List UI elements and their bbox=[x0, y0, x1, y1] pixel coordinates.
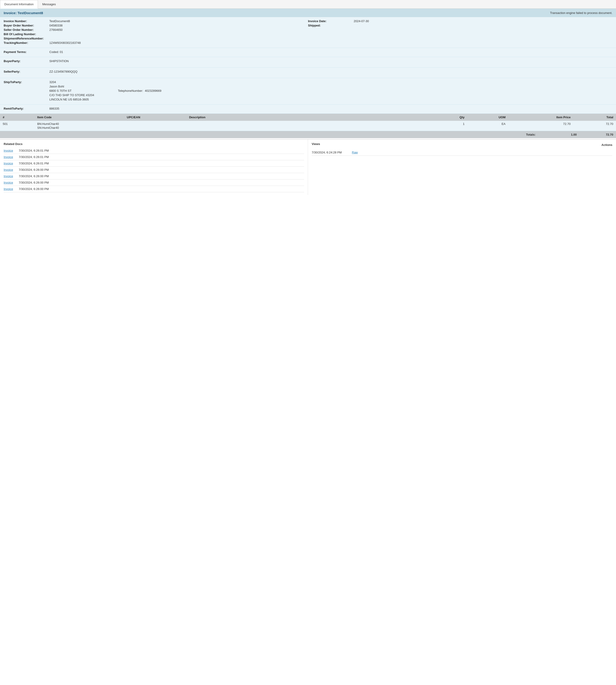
shipto-address1: 6800 S 70TH ST bbox=[49, 89, 100, 92]
shipto-phone-label: TelephoneNumber: bbox=[118, 89, 143, 92]
shipped-label: Shipped: bbox=[308, 24, 354, 27]
tracking-value: 1Z4W93X80302163748 bbox=[49, 41, 81, 45]
view-link[interactable]: Raw bbox=[352, 151, 358, 154]
shipto-section: ShipToParty: 3204 Jason Bohl 6800 S 70TH… bbox=[0, 78, 616, 105]
bottom-panels: Related Docs Invoice 7/30/2024, 6:26:01 … bbox=[0, 139, 616, 195]
shipto-id: 3204 bbox=[49, 81, 56, 84]
remit-to-row: RemitToParty: 886335 bbox=[4, 107, 612, 110]
doc-link[interactable]: Invoice bbox=[4, 155, 15, 159]
table-header-row: # Item Code UPC/EAN Description Qty UOM … bbox=[0, 114, 616, 121]
invoice-number-label: Invoice Number: bbox=[4, 19, 49, 23]
actions-header: Actions bbox=[601, 143, 612, 146]
col-upc: UPC/EAN bbox=[124, 114, 186, 121]
shipto-address2: C/O THD SHIP TO STORE #3204 bbox=[49, 93, 94, 97]
related-doc-row: Invoice 7/30/2024, 6:26:00 PM bbox=[4, 186, 304, 192]
buyer-party-value: SHIPSTATION bbox=[49, 60, 69, 63]
remit-to-section: RemitToParty: 886335 bbox=[0, 105, 616, 114]
cell-qty: 1 bbox=[433, 121, 467, 131]
buyer-order-row: Buyer Order Number: 04580338 bbox=[4, 24, 308, 27]
views-header: Views bbox=[312, 142, 320, 146]
totals-label: Totals: bbox=[3, 133, 554, 136]
shipto-name: Jason Bohl bbox=[49, 85, 64, 88]
related-doc-row: Invoice 7/30/2024, 6:26:01 PM bbox=[4, 160, 304, 167]
doc-link[interactable]: Invoice bbox=[4, 181, 15, 184]
bill-of-lading-label: Bill Of Lading Number: bbox=[4, 32, 49, 36]
doc-date: 7/30/2024, 6:26:00 PM bbox=[19, 181, 49, 184]
item-code-line2: SN:HumiChar40 bbox=[37, 125, 121, 130]
related-doc-row: Invoice 7/30/2024, 6:26:00 PM bbox=[4, 167, 304, 173]
col-uom: UOM bbox=[467, 114, 508, 121]
seller-party-label: SellerParty: bbox=[4, 70, 49, 73]
tracking-row: TrackingNumber: 1Z4W93X80302163748 bbox=[4, 41, 308, 45]
view-row: 7/30/2024, 6:24:28 PM Raw bbox=[312, 149, 612, 156]
seller-party-section: SellerParty: ZZ-1234567890QQQ bbox=[0, 68, 616, 78]
doc-link[interactable]: Invoice bbox=[4, 175, 15, 178]
main-content: Invoice Number: TestDocument8 Buyer Orde… bbox=[0, 17, 616, 138]
remit-to-value: 886335 bbox=[49, 107, 59, 110]
shipto-address1-row: 6800 S 70TH ST TelephoneNumber: 40232896… bbox=[49, 89, 612, 92]
related-doc-row: Invoice 7/30/2024, 6:26:01 PM bbox=[4, 147, 304, 154]
buyer-party-section: BuyerParty: SHIPSTATION bbox=[0, 57, 616, 68]
seller-party-row: SellerParty: ZZ-1234567890QQQ bbox=[4, 70, 612, 73]
view-date: 7/30/2024, 6:24:28 PM bbox=[312, 151, 348, 154]
bill-of-lading-row: Bill Of Lading Number: bbox=[4, 32, 308, 36]
buyer-order-value: 04580338 bbox=[49, 24, 63, 27]
col-total: Total bbox=[573, 114, 616, 121]
invoice-date-value: 2024-07-30 bbox=[354, 19, 369, 23]
totals-row: Totals: 1.00 72.70 bbox=[0, 131, 616, 138]
payment-terms-label: Payment Terms: bbox=[4, 50, 49, 54]
doc-link[interactable]: Invoice bbox=[4, 168, 15, 172]
doc-date: 7/30/2024, 6:26:01 PM bbox=[19, 155, 49, 159]
payment-terms-value: Coded: 01 bbox=[49, 50, 63, 54]
shipto-name-row: Jason Bohl bbox=[49, 85, 612, 88]
views-panel: Views Actions 7/30/2024, 6:24:28 PM Raw bbox=[308, 139, 616, 195]
related-doc-row: Invoice 7/30/2024, 6:26:01 PM bbox=[4, 154, 304, 160]
totals-total: 72.70 bbox=[595, 133, 613, 136]
doc-link[interactable]: Invoice bbox=[4, 162, 15, 165]
buyer-party-row: BuyerParty: SHIPSTATION bbox=[4, 60, 612, 63]
doc-link[interactable]: Invoice bbox=[4, 149, 15, 152]
payment-terms-row: Payment Terms: Coded: 01 bbox=[4, 50, 612, 54]
doc-date: 7/30/2024, 6:26:01 PM bbox=[19, 149, 49, 152]
items-table: # Item Code UPC/EAN Description Qty UOM … bbox=[0, 114, 616, 131]
doc-link[interactable]: Invoice bbox=[4, 187, 15, 191]
related-doc-row: Invoice 7/30/2024, 6:26:00 PM bbox=[4, 173, 304, 180]
cell-total: 72.70 bbox=[573, 121, 616, 131]
invoice-number-row: Invoice Number: TestDocument8 bbox=[4, 19, 308, 23]
cell-num: 501 bbox=[0, 121, 35, 131]
invoice-error: Transaction engine failed to process doc… bbox=[550, 11, 612, 15]
shipto-content: Jason Bohl 6800 S 70TH ST TelephoneNumbe… bbox=[49, 85, 612, 101]
buyer-party-label: BuyerParty: bbox=[4, 60, 49, 63]
cell-item-price: 72.70 bbox=[508, 121, 573, 131]
invoice-date-label: Invoice Date: bbox=[308, 19, 354, 23]
shipto-header-row: ShipToParty: 3204 bbox=[4, 81, 612, 84]
shipto-city-row: LINCOLN NE US 68516-3605 bbox=[49, 98, 612, 101]
col-item-code: Item Code bbox=[35, 114, 124, 121]
shipto-city-state: LINCOLN NE US 68516-3605 bbox=[49, 98, 89, 101]
buyer-order-label: Buyer Order Number: bbox=[4, 24, 49, 27]
related-doc-row: Invoice 7/30/2024, 6:26:00 PM bbox=[4, 180, 304, 186]
cell-description bbox=[186, 121, 433, 131]
table-row: 501 BN:HumiChar40 SN:HumiChar40 1 EA 72.… bbox=[0, 121, 616, 131]
seller-order-row: Seller Order Number: 27664650 bbox=[4, 28, 308, 31]
doc-date: 7/30/2024, 6:26:01 PM bbox=[19, 162, 49, 165]
cell-item-code: BN:HumiChar40 SN:HumiChar40 bbox=[35, 121, 124, 131]
invoice-title: Invoice: TestDocument8 bbox=[4, 11, 43, 15]
shipto-label: ShipToParty: bbox=[4, 81, 49, 84]
shipto-address2-row: C/O THD SHIP TO STORE #3204 bbox=[49, 93, 612, 97]
seller-order-value: 27664650 bbox=[49, 28, 63, 31]
views-header-row: Views Actions bbox=[312, 142, 612, 147]
invoice-date-row: Invoice Date: 2024-07-30 bbox=[308, 19, 612, 23]
cell-upc bbox=[124, 121, 186, 131]
tab-document-information[interactable]: Document Information bbox=[0, 0, 38, 9]
doc-date: 7/30/2024, 6:26:00 PM bbox=[19, 175, 49, 178]
related-docs-header: Related Docs bbox=[4, 142, 304, 146]
related-docs-panel: Related Docs Invoice 7/30/2024, 6:26:01 … bbox=[0, 139, 308, 195]
shipped-row: Shipped: bbox=[308, 24, 612, 27]
col-qty: Qty bbox=[433, 114, 467, 121]
tab-messages[interactable]: Messages bbox=[38, 0, 60, 8]
invoice-basic-fields: Invoice Number: TestDocument8 Buyer Orde… bbox=[0, 17, 616, 48]
totals-qty: 1.00 bbox=[554, 133, 577, 136]
shipto-phone-value: 4023289669 bbox=[145, 89, 161, 92]
seller-party-value: ZZ-1234567890QQQ bbox=[49, 70, 78, 73]
